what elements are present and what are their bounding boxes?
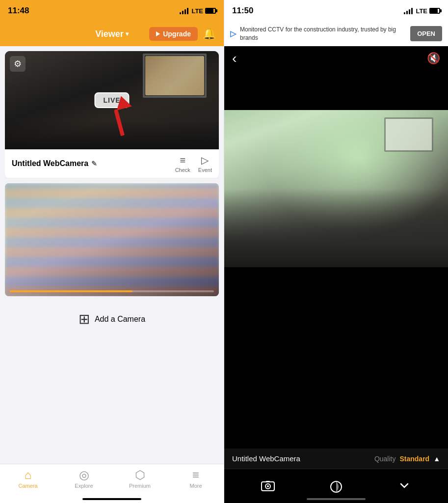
video-frame-object (384, 117, 433, 152)
battery-fill-right (430, 9, 438, 13)
quality-value: Standard (399, 455, 429, 463)
screenshot-button[interactable] (261, 479, 275, 494)
nav-item-explore[interactable]: ◎ Explore (56, 468, 112, 489)
camera-actions: ≡ Check ▷ Event (175, 154, 212, 173)
signal-bar-4 (187, 8, 188, 14)
viewer-label: Viewer ▾ (95, 29, 129, 39)
status-icons-right: LTE (404, 7, 440, 15)
event-button[interactable]: ▷ Event (198, 154, 212, 173)
more-nav-icon: ≡ (192, 468, 199, 482)
video-area-bottom (224, 267, 448, 448)
premium-nav-icon: ⬡ (135, 468, 145, 482)
camera-label-bar: Untitled WebCamera Quality Standard ▲ (224, 448, 448, 469)
battery-fill-left (206, 9, 213, 13)
second-preview-content (5, 183, 219, 296)
video-controls-bar: ‹ 🔇 (224, 46, 448, 71)
progress-bar (10, 290, 214, 292)
add-camera-section[interactable]: ⊞ Add a Camera (0, 301, 224, 337)
add-camera-text: Add a Camera (95, 315, 145, 324)
svg-point-2 (267, 485, 269, 487)
progress-fill (10, 290, 132, 292)
check-button[interactable]: ≡ Check (175, 155, 190, 173)
quality-chevron: ▲ (433, 455, 440, 463)
mute-icon[interactable]: 🔇 (427, 52, 440, 65)
more-options-button[interactable] (397, 479, 412, 494)
home-indicator-right (307, 498, 366, 500)
screenshot-icon (261, 479, 275, 494)
video-feed-content (224, 110, 448, 267)
event-label: Event (198, 167, 212, 173)
arrow-shaft (114, 109, 125, 136)
more-options-icon (397, 479, 412, 494)
open-button[interactable]: OPEN (410, 26, 442, 41)
camera-label-text: Untitled WebCamera (232, 454, 300, 463)
signal-bar-r2 (406, 11, 408, 14)
video-feed[interactable] (224, 110, 448, 267)
battery-icon-left (205, 8, 216, 14)
premium-nav-label: Premium (129, 483, 151, 489)
preview-frame (143, 54, 207, 98)
quality-label: Quality (374, 455, 396, 463)
more-nav-label: More (189, 483, 202, 489)
right-phone: 11:50 LTE ▷ Monitored CCTV for the const… (224, 0, 448, 503)
home-indicator-left (82, 498, 141, 500)
nav-item-camera[interactable]: ⌂ Camera (0, 468, 56, 489)
qr-icon: ⊞ (79, 311, 90, 327)
play-icon (156, 31, 160, 36)
upgrade-button[interactable]: Upgrade (149, 27, 198, 41)
video-area-top (224, 71, 448, 110)
video-couch-area (224, 189, 448, 267)
explore-nav-label: Explore (75, 483, 93, 489)
ad-icon: ▷ (230, 29, 236, 38)
camera-nav-icon: ⌂ (25, 468, 32, 482)
night-mode-icon (329, 479, 343, 494)
check-icon: ≡ (180, 155, 185, 166)
camera-preview-1[interactable]: ⚙ LIVE (5, 51, 219, 149)
status-bar-left: 11:48 LTE (0, 0, 224, 22)
camera-name-1: Untitled WebCamera ✎ (12, 159, 97, 168)
signal-bars-left (180, 8, 188, 14)
camera-nav-label: Camera (18, 483, 37, 489)
preview-dark-overlay (5, 120, 219, 149)
nav-item-premium[interactable]: ⬡ Premium (112, 468, 168, 489)
signal-bar-r3 (409, 9, 410, 14)
lte-label-left: LTE (191, 7, 203, 15)
status-time-right: 11:50 (232, 6, 253, 16)
settings-icon[interactable]: ⚙ (10, 56, 26, 72)
signal-bar-1 (180, 12, 181, 14)
battery-icon-right (429, 8, 440, 14)
signal-bar-r4 (411, 8, 413, 14)
ad-text: Monitored CCTV for the construction indu… (240, 26, 406, 42)
camera-info-1: Untitled WebCamera ✎ ≡ Check ▷ Event (5, 149, 219, 178)
status-time-left: 11:48 (8, 6, 29, 16)
signal-bars-right (404, 8, 413, 14)
bell-icon[interactable]: 🔔 (203, 28, 216, 40)
nav-item-more[interactable]: ≡ More (168, 468, 224, 489)
status-bar-right: 11:50 LTE (224, 0, 448, 22)
left-phone: 11:48 LTE Viewer ▾ Upgrade 🔔 (0, 0, 224, 503)
ad-banner: ▷ Monitored CCTV for the construction in… (224, 22, 448, 46)
svg-rect-3 (266, 481, 270, 482)
status-icons-left: LTE (180, 7, 216, 15)
signal-bar-r1 (404, 12, 405, 14)
camera-card-2[interactable] (5, 183, 219, 296)
explore-nav-icon: ◎ (79, 468, 89, 482)
quality-section[interactable]: Quality Standard ▲ (374, 455, 440, 463)
signal-bar-2 (182, 11, 184, 14)
edit-icon[interactable]: ✎ (91, 160, 97, 168)
arrow-tip (113, 94, 132, 110)
lte-label-right: LTE (416, 7, 427, 15)
camera-card-1: ⚙ LIVE Untitled WebCamera ✎ ≡ Check ▷ Ev… (5, 51, 219, 178)
bottom-nav: ⌂ Camera ◎ Explore ⬡ Premium ≡ More (0, 464, 224, 503)
top-bar-left: Viewer ▾ Upgrade 🔔 (0, 22, 224, 46)
viewer-chevron: ▾ (126, 30, 129, 37)
upgrade-label: Upgrade (163, 30, 191, 38)
back-button[interactable]: ‹ (232, 52, 237, 65)
signal-bar-3 (184, 9, 186, 14)
check-label: Check (175, 167, 190, 173)
event-icon: ▷ (201, 154, 209, 166)
live-indicator-arrow (115, 96, 131, 135)
night-mode-button[interactable] (329, 479, 343, 494)
